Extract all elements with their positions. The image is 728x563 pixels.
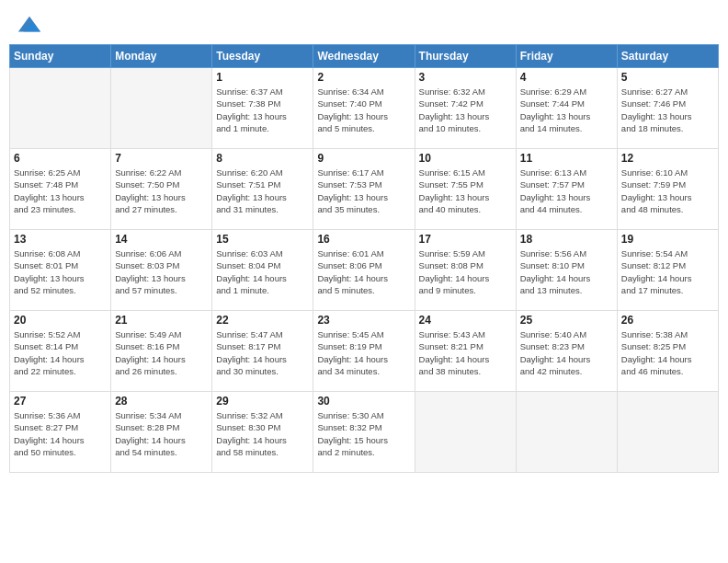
cell-info: Sunrise: 5:52 AM Sunset: 8:14 PM Dayligh… bbox=[14, 328, 107, 377]
day-number: 23 bbox=[317, 314, 410, 327]
day-number: 12 bbox=[621, 152, 714, 165]
calendar-cell: 18Sunrise: 5:56 AM Sunset: 8:10 PM Dayli… bbox=[516, 230, 617, 311]
calendar-table: SundayMondayTuesdayWednesdayThursdayFrid… bbox=[9, 44, 719, 473]
cell-info: Sunrise: 6:29 AM Sunset: 7:44 PM Dayligh… bbox=[520, 86, 613, 134]
calendar-cell: 19Sunrise: 5:54 AM Sunset: 8:12 PM Dayli… bbox=[617, 230, 718, 311]
day-number: 9 bbox=[317, 152, 410, 165]
calendar-cell: 1Sunrise: 6:37 AM Sunset: 7:38 PM Daylig… bbox=[212, 68, 313, 149]
day-number: 27 bbox=[14, 395, 107, 408]
cell-info: Sunrise: 5:40 AM Sunset: 8:23 PM Dayligh… bbox=[520, 328, 613, 377]
day-number: 14 bbox=[115, 233, 208, 246]
day-number: 26 bbox=[621, 314, 714, 327]
cell-info: Sunrise: 6:08 AM Sunset: 8:01 PM Dayligh… bbox=[14, 247, 107, 296]
calendar-cell: 13Sunrise: 6:08 AM Sunset: 8:01 PM Dayli… bbox=[10, 230, 111, 311]
calendar: SundayMondayTuesdayWednesdayThursdayFrid… bbox=[0, 44, 728, 563]
calendar-cell: 10Sunrise: 6:15 AM Sunset: 7:55 PM Dayli… bbox=[415, 149, 516, 230]
calendar-cell: 6Sunrise: 6:25 AM Sunset: 7:48 PM Daylig… bbox=[10, 149, 111, 230]
cell-info: Sunrise: 5:47 AM Sunset: 8:17 PM Dayligh… bbox=[216, 328, 309, 377]
calendar-cell: 15Sunrise: 6:03 AM Sunset: 8:04 PM Dayli… bbox=[212, 230, 313, 311]
calendar-cell: 24Sunrise: 5:43 AM Sunset: 8:21 PM Dayli… bbox=[415, 311, 516, 392]
cell-info: Sunrise: 5:32 AM Sunset: 8:30 PM Dayligh… bbox=[216, 409, 309, 458]
day-header-friday: Friday bbox=[516, 45, 617, 68]
day-header-sunday: Sunday bbox=[10, 45, 111, 68]
day-number: 16 bbox=[317, 233, 410, 246]
cell-info: Sunrise: 6:17 AM Sunset: 7:53 PM Dayligh… bbox=[317, 167, 410, 215]
calendar-cell bbox=[415, 392, 516, 473]
logo bbox=[17, 13, 46, 39]
day-number: 13 bbox=[14, 233, 107, 246]
calendar-cell: 2Sunrise: 6:34 AM Sunset: 7:40 PM Daylig… bbox=[313, 68, 415, 149]
week-row-5: 27Sunrise: 5:36 AM Sunset: 8:27 PM Dayli… bbox=[10, 392, 719, 473]
cell-info: Sunrise: 5:38 AM Sunset: 8:25 PM Dayligh… bbox=[621, 328, 714, 377]
calendar-cell: 5Sunrise: 6:27 AM Sunset: 7:46 PM Daylig… bbox=[617, 68, 718, 149]
calendar-cell: 27Sunrise: 5:36 AM Sunset: 8:27 PM Dayli… bbox=[10, 392, 111, 473]
day-number: 10 bbox=[419, 152, 512, 165]
day-number: 17 bbox=[419, 233, 512, 246]
logo-icon bbox=[17, 13, 42, 39]
calendar-cell: 8Sunrise: 6:20 AM Sunset: 7:51 PM Daylig… bbox=[212, 149, 313, 230]
cell-info: Sunrise: 5:49 AM Sunset: 8:16 PM Dayligh… bbox=[115, 328, 208, 377]
day-number: 22 bbox=[216, 314, 309, 327]
calendar-cell: 17Sunrise: 5:59 AM Sunset: 8:08 PM Dayli… bbox=[415, 230, 516, 311]
day-header-tuesday: Tuesday bbox=[212, 45, 313, 68]
calendar-cell: 3Sunrise: 6:32 AM Sunset: 7:42 PM Daylig… bbox=[415, 68, 516, 149]
day-number: 3 bbox=[419, 71, 512, 84]
day-number: 30 bbox=[317, 395, 410, 408]
calendar-cell: 9Sunrise: 6:17 AM Sunset: 7:53 PM Daylig… bbox=[313, 149, 415, 230]
cell-info: Sunrise: 6:25 AM Sunset: 7:48 PM Dayligh… bbox=[14, 167, 107, 215]
calendar-cell: 26Sunrise: 5:38 AM Sunset: 8:25 PM Dayli… bbox=[617, 311, 718, 392]
day-number: 2 bbox=[317, 71, 410, 84]
cell-info: Sunrise: 6:27 AM Sunset: 7:46 PM Dayligh… bbox=[621, 86, 714, 134]
cell-info: Sunrise: 5:34 AM Sunset: 8:28 PM Dayligh… bbox=[115, 409, 208, 458]
calendar-cell bbox=[516, 392, 617, 473]
calendar-cell: 14Sunrise: 6:06 AM Sunset: 8:03 PM Dayli… bbox=[111, 230, 212, 311]
day-number: 4 bbox=[520, 71, 613, 84]
day-number: 1 bbox=[216, 71, 309, 84]
calendar-cell: 25Sunrise: 5:40 AM Sunset: 8:23 PM Dayli… bbox=[516, 311, 617, 392]
cell-info: Sunrise: 6:37 AM Sunset: 7:38 PM Dayligh… bbox=[216, 86, 309, 134]
cell-info: Sunrise: 5:54 AM Sunset: 8:12 PM Dayligh… bbox=[621, 247, 714, 296]
day-header-row: SundayMondayTuesdayWednesdayThursdayFrid… bbox=[10, 45, 719, 68]
calendar-cell: 23Sunrise: 5:45 AM Sunset: 8:19 PM Dayli… bbox=[313, 311, 415, 392]
calendar-cell: 21Sunrise: 5:49 AM Sunset: 8:16 PM Dayli… bbox=[111, 311, 212, 392]
cell-info: Sunrise: 6:01 AM Sunset: 8:06 PM Dayligh… bbox=[317, 247, 410, 296]
calendar-cell: 11Sunrise: 6:13 AM Sunset: 7:57 PM Dayli… bbox=[516, 149, 617, 230]
day-number: 15 bbox=[216, 233, 309, 246]
cell-info: Sunrise: 6:10 AM Sunset: 7:59 PM Dayligh… bbox=[621, 167, 714, 215]
cell-info: Sunrise: 5:59 AM Sunset: 8:08 PM Dayligh… bbox=[419, 247, 512, 296]
day-number: 24 bbox=[419, 314, 512, 327]
cell-info: Sunrise: 6:22 AM Sunset: 7:50 PM Dayligh… bbox=[115, 167, 208, 215]
day-number: 19 bbox=[621, 233, 714, 246]
cell-info: Sunrise: 5:56 AM Sunset: 8:10 PM Dayligh… bbox=[520, 247, 613, 296]
calendar-cell: 29Sunrise: 5:32 AM Sunset: 8:30 PM Dayli… bbox=[212, 392, 313, 473]
week-row-2: 6Sunrise: 6:25 AM Sunset: 7:48 PM Daylig… bbox=[10, 149, 719, 230]
cell-info: Sunrise: 5:45 AM Sunset: 8:19 PM Dayligh… bbox=[317, 328, 410, 377]
calendar-cell: 16Sunrise: 6:01 AM Sunset: 8:06 PM Dayli… bbox=[313, 230, 415, 311]
cell-info: Sunrise: 6:32 AM Sunset: 7:42 PM Dayligh… bbox=[419, 86, 512, 134]
calendar-cell: 22Sunrise: 5:47 AM Sunset: 8:17 PM Dayli… bbox=[212, 311, 313, 392]
day-number: 25 bbox=[520, 314, 613, 327]
page: SundayMondayTuesdayWednesdayThursdayFrid… bbox=[0, 0, 728, 563]
calendar-cell: 30Sunrise: 5:30 AM Sunset: 8:32 PM Dayli… bbox=[313, 392, 415, 473]
day-number: 28 bbox=[115, 395, 208, 408]
day-number: 18 bbox=[520, 233, 613, 246]
week-row-4: 20Sunrise: 5:52 AM Sunset: 8:14 PM Dayli… bbox=[10, 311, 719, 392]
day-number: 11 bbox=[520, 152, 613, 165]
day-number: 8 bbox=[216, 152, 309, 165]
day-header-wednesday: Wednesday bbox=[313, 45, 415, 68]
cell-info: Sunrise: 6:15 AM Sunset: 7:55 PM Dayligh… bbox=[419, 167, 512, 215]
cell-info: Sunrise: 5:36 AM Sunset: 8:27 PM Dayligh… bbox=[14, 409, 107, 458]
cell-info: Sunrise: 6:03 AM Sunset: 8:04 PM Dayligh… bbox=[216, 247, 309, 296]
day-header-thursday: Thursday bbox=[415, 45, 516, 68]
day-number: 6 bbox=[14, 152, 107, 165]
cell-info: Sunrise: 5:30 AM Sunset: 8:32 PM Dayligh… bbox=[317, 409, 410, 458]
day-number: 5 bbox=[621, 71, 714, 84]
day-number: 7 bbox=[115, 152, 208, 165]
day-number: 20 bbox=[14, 314, 107, 327]
calendar-cell bbox=[111, 68, 212, 149]
calendar-cell: 4Sunrise: 6:29 AM Sunset: 7:44 PM Daylig… bbox=[516, 68, 617, 149]
day-number: 29 bbox=[216, 395, 309, 408]
calendar-cell: 20Sunrise: 5:52 AM Sunset: 8:14 PM Dayli… bbox=[10, 311, 111, 392]
calendar-cell bbox=[617, 392, 718, 473]
week-row-3: 13Sunrise: 6:08 AM Sunset: 8:01 PM Dayli… bbox=[10, 230, 719, 311]
